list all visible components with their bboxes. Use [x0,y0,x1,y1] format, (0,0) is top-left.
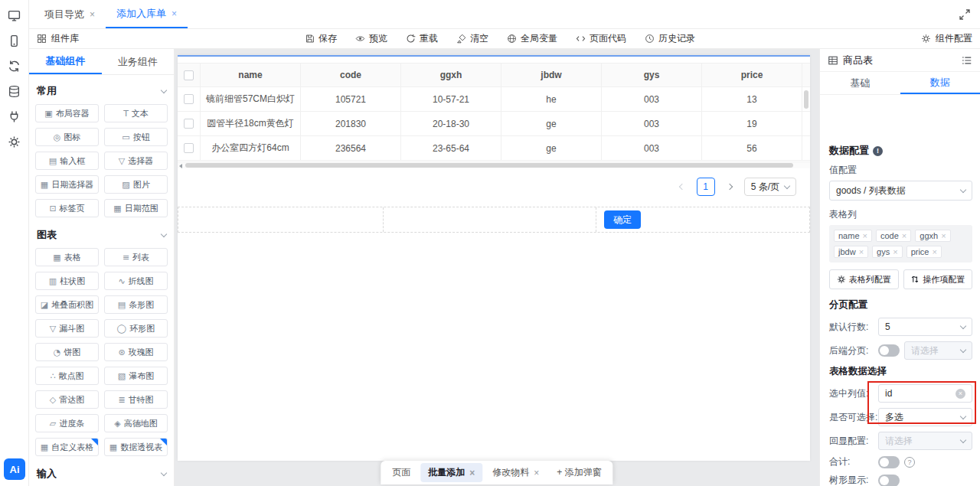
current-page[interactable]: 1 [697,178,715,196]
component-item[interactable]: ∴散点图 [35,367,99,385]
toolbar-eye-button[interactable]: 预览 [355,32,387,45]
component-item[interactable]: ▧瀑布图 [104,367,168,385]
component-item[interactable]: ⊡标签页 [35,199,99,217]
toolbar-code-button[interactable]: 页面代码 [576,32,626,45]
confirm-button[interactable]: 确定 [604,210,641,229]
action-config-button[interactable]: 操作项配置 [903,269,973,289]
toolbar-clear-button[interactable]: 清空 [456,32,488,45]
component-item[interactable]: ⊛玫瑰图 [104,343,168,361]
tab-basic[interactable]: 基础 [820,72,900,94]
component-item[interactable]: ▥柱状图 [35,272,99,290]
outline-list-icon[interactable] [962,55,972,66]
echo-config-select[interactable]: 请选择 [878,432,972,450]
component-item[interactable]: ▦自定义表格 [35,438,99,456]
form-cell[interactable]: 确定 [596,207,809,232]
goods-table[interactable]: namecodeggxhjbdwgysprice 镜前细管57CM白炽灯1057… [178,63,810,168]
form-cell[interactable] [178,207,384,232]
component-item[interactable]: ▦数据透视表 [104,438,168,456]
selected-column-input[interactable]: id [878,384,972,403]
column-config-button[interactable]: 表格列配置 [829,269,899,289]
close-icon[interactable]: × [172,8,177,19]
section-header[interactable]: 图表 [35,227,168,248]
component-item[interactable]: ▦日期选择器 [35,175,99,194]
checkbox[interactable] [184,94,194,104]
close-icon[interactable]: × [534,468,539,478]
canvas-tab[interactable]: 批量添加× [420,463,482,482]
vertical-scrollbar[interactable] [804,90,808,109]
component-item[interactable]: ◎图标 [35,128,99,146]
checkbox[interactable] [184,143,194,153]
top-tab[interactable]: 添加入库单× [106,0,188,28]
table-row[interactable]: 办公室四方灯64cm23656423-65-64ge00356 [178,136,810,161]
desktop-preview-icon[interactable] [8,9,21,22]
plugin-icon[interactable] [8,110,21,123]
component-item[interactable]: ≡列表 [104,248,168,266]
form-row-container[interactable]: 确定 [178,207,810,233]
horizontal-scrollbar[interactable] [178,161,810,168]
prev-page-button[interactable] [675,178,689,196]
component-item[interactable]: ▦日期范围 [104,199,168,217]
database-icon[interactable] [8,85,21,98]
remove-icon[interactable]: × [863,231,867,240]
toolbar-save-button[interactable]: 保存 [305,32,337,45]
table-row[interactable]: 镜前细管57CM白炽灯10572110-57-21he00313 [178,87,810,112]
toolbar-history-button[interactable]: 历史记录 [645,32,695,45]
canvas-tab[interactable]: + 添加弹窗 [549,463,609,482]
checkbox[interactable] [184,70,194,80]
component-item[interactable]: T文本 [104,104,168,122]
backend-paging-select[interactable]: 请选择 [904,341,972,360]
component-library-button[interactable]: 组件库 [37,32,79,45]
close-icon[interactable]: × [469,468,475,478]
checkbox[interactable] [184,119,194,129]
tab-business-components[interactable]: 业务组件 [102,49,175,74]
default-rows-select[interactable]: 5 [878,318,972,336]
component-item[interactable]: ◯环形图 [104,319,168,338]
component-item[interactable]: ▦表格 [35,248,99,266]
top-tab[interactable]: 项目导览× [34,0,106,28]
canvas-tab[interactable]: 页面 [384,463,418,482]
selectable-select[interactable]: 多选 [878,408,972,426]
component-item[interactable]: ▽漏斗图 [35,319,99,338]
clear-icon[interactable] [956,389,965,399]
next-page-button[interactable] [723,178,737,196]
remove-icon[interactable]: × [941,231,946,240]
remove-icon[interactable]: × [893,247,897,256]
settings-gear-icon[interactable] [8,135,21,148]
tree-display-toggle[interactable] [878,475,900,486]
page-surface[interactable]: namecodeggxhjbdwgysprice 镜前细管57CM白炽灯1057… [178,55,810,461]
remove-icon[interactable]: × [859,247,864,256]
fullscreen-icon[interactable] [959,8,971,21]
tab-basic-components[interactable]: 基础组件 [29,49,102,74]
component-item[interactable]: ▽选择器 [104,152,168,170]
component-item[interactable]: ◪堆叠面积图 [35,295,99,314]
component-item[interactable]: ◔饼图 [35,343,99,361]
section-header[interactable]: 常用 [35,83,168,104]
tab-data[interactable]: 数据 [900,72,980,94]
remove-icon[interactable]: × [932,247,936,256]
section-header[interactable]: 输入 [35,465,168,486]
canvas-tab[interactable]: 修改物料× [485,463,547,482]
info-icon[interactable] [873,146,883,156]
ai-assistant-button[interactable]: Ai [4,458,25,480]
component-item[interactable]: ▨图片 [104,175,168,194]
component-item[interactable]: ◈高德地图 [104,414,168,432]
component-item[interactable]: ∿折线图 [104,272,168,290]
component-item[interactable]: ▤输入框 [35,152,99,170]
scroll-left-icon[interactable] [179,164,182,168]
component-item[interactable]: ▭按钮 [104,128,168,146]
component-item[interactable]: ▤条形图 [104,295,168,314]
sync-icon[interactable] [8,60,21,73]
table-row[interactable]: 圆管半径18cm黄色灯20183020-18-30ge00319 [178,112,810,136]
remove-icon[interactable]: × [902,231,906,240]
component-config-button[interactable]: 组件配置 [921,32,972,45]
component-item[interactable]: ▣布局容器 [35,104,99,122]
backend-paging-toggle[interactable] [878,344,900,357]
value-config-select[interactable]: goods / 列表数据 [829,181,972,201]
close-icon[interactable]: × [90,9,95,20]
mobile-preview-icon[interactable] [8,34,21,47]
toolbar-globe-button[interactable]: 全局变量 [507,32,557,45]
form-cell[interactable] [384,207,596,232]
total-toggle[interactable] [878,456,900,468]
component-item[interactable]: ▱进度条 [35,414,99,432]
component-item[interactable]: ≣甘特图 [104,390,168,409]
